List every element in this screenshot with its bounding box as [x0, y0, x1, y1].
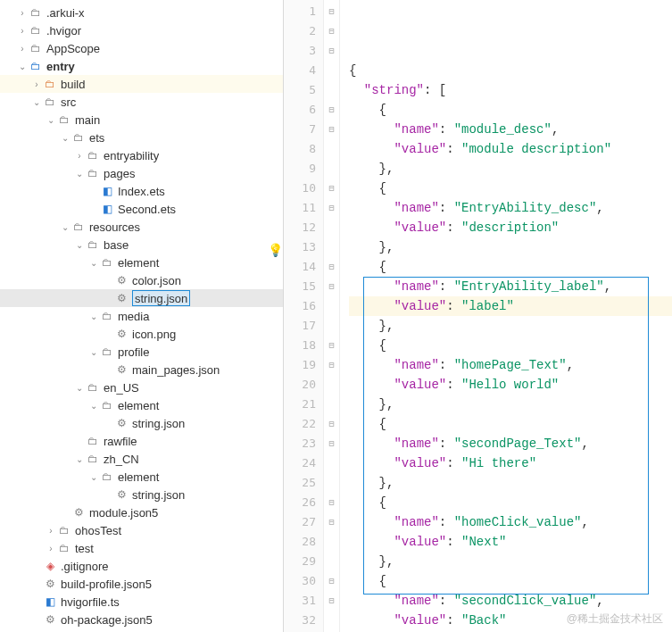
chevron-down-icon[interactable]: ⌄ [30, 97, 43, 107]
code-line[interactable]: "value": "Hi there" [349, 453, 672, 473]
chevron-right-icon[interactable]: › [16, 8, 29, 18]
code-area[interactable]: { "string": [ { "name": "module_desc", "… [340, 0, 672, 632]
code-line[interactable]: }, [349, 395, 672, 414]
chevron-down-icon[interactable]: ⌄ [16, 62, 29, 71]
lightbulb-icon[interactable]: 💡 [268, 240, 283, 260]
tree-item-entryability[interactable]: ›🗀entryability [0, 146, 283, 164]
tree-item--gitignore[interactable]: ›◈.gitignore [0, 557, 283, 575]
chevron-down-icon[interactable]: ⌄ [59, 222, 71, 232]
fold-marker[interactable]: ⊟ [324, 257, 339, 277]
tree-item-string-json[interactable]: ›⚙string.json [0, 414, 283, 432]
fold-marker[interactable]: ⊟ [324, 21, 339, 41]
tree-item-entry[interactable]: ⌄🗀entry [0, 57, 283, 75]
code-line[interactable]: { [349, 493, 672, 512]
chevron-down-icon[interactable]: ⌄ [59, 133, 71, 143]
fold-marker[interactable]: ⊟ [324, 179, 339, 198]
code-line[interactable]: "value": "module description" [349, 139, 672, 159]
tree-item-pages[interactable]: ⌄🗀pages [0, 164, 283, 182]
tree-item-test[interactable]: ›🗀test [0, 539, 283, 557]
chevron-down-icon[interactable]: ⌄ [87, 258, 100, 268]
tree-item-icon-png[interactable]: ›⚙icon.png [0, 325, 283, 343]
chevron-right-icon[interactable]: › [16, 44, 29, 54]
tree-item-profile[interactable]: ⌄🗀profile [0, 343, 283, 361]
code-line[interactable]: "value": "Hello world" [349, 375, 672, 395]
chevron-down-icon[interactable]: ⌄ [87, 347, 100, 357]
fold-marker[interactable]: ⊟ [324, 2, 339, 21]
code-line[interactable]: "value": "description" [349, 218, 672, 237]
code-line[interactable]: "name": "secondPage_Text", [349, 434, 672, 453]
fold-marker[interactable]: ⊟ [324, 120, 339, 139]
fold-marker[interactable]: ⊟ [324, 512, 339, 532]
chevron-down-icon[interactable]: ⌄ [87, 472, 100, 482]
fold-marker[interactable]: ⊟ [324, 434, 339, 453]
code-line[interactable]: { [349, 336, 672, 355]
chevron-right-icon[interactable]: › [73, 151, 86, 161]
code-line[interactable]: "value": "Next" [349, 532, 672, 552]
tree-item-main_pages-json[interactable]: ›⚙main_pages.json [0, 361, 283, 378]
tree-item-oh-package-json5[interactable]: ›⚙oh-package.json5 [0, 611, 283, 628]
fold-marker[interactable]: ⊟ [324, 198, 339, 218]
chevron-down-icon[interactable]: ⌄ [87, 312, 100, 321]
chevron-down-icon[interactable]: ⌄ [73, 454, 86, 464]
project-tree[interactable]: ›🗀.arkui-x›🗀.hvigor›🗀AppScope⌄🗀entry›🗀bu… [0, 0, 284, 632]
tree-item-main[interactable]: ⌄🗀main [0, 111, 283, 129]
tree-item-build-profile-json5[interactable]: ›⚙build-profile.json5 [0, 575, 283, 593]
tree-item-element[interactable]: ⌄🗀element [0, 468, 283, 486]
fold-marker[interactable]: ⊟ [324, 355, 339, 375]
code-line[interactable]: { [349, 414, 672, 434]
tree-item--arkui-x[interactable]: ›🗀.arkui-x [0, 4, 283, 21]
tree-item-zh_CN[interactable]: ⌄🗀zh_CN [0, 450, 283, 468]
code-line[interactable]: }, [349, 473, 672, 493]
tree-item-media[interactable]: ⌄🗀media [0, 307, 283, 325]
code-line[interactable]: { [349, 61, 672, 80]
chevron-right-icon[interactable]: › [30, 79, 43, 89]
chevron-down-icon[interactable]: ⌄ [87, 401, 100, 411]
fold-column[interactable]: ⊟⊟⊟⊟⊟⊟⊟⊟⊟⊟⊟⊟⊟⊟⊟⊟⊟ [324, 0, 340, 632]
chevron-down-icon[interactable]: ⌄ [73, 240, 86, 250]
chevron-right-icon[interactable]: › [45, 544, 57, 553]
tree-item-module-json5[interactable]: ›⚙module.json5 [0, 503, 283, 521]
code-line[interactable]: "name": "EntryAbility_label", [349, 277, 672, 296]
code-line[interactable]: { [349, 179, 672, 198]
fold-marker[interactable]: ⊟ [324, 571, 339, 591]
tree-item-resources[interactable]: ⌄🗀resources [0, 218, 283, 236]
code-editor[interactable]: 12345678910111213💡1415161718192021222324… [284, 0, 672, 632]
code-line[interactable]: "name": "secondClick_value", [349, 591, 672, 611]
chevron-down-icon[interactable]: ⌄ [73, 383, 86, 393]
tree-item-src[interactable]: ⌄🗀src [0, 93, 283, 111]
code-line[interactable]: }, [349, 552, 672, 571]
tree-item-base[interactable]: ⌄🗀base [0, 236, 283, 254]
tree-item-rawfile[interactable]: ›🗀rawfile [0, 432, 283, 450]
tree-item-element[interactable]: ⌄🗀element [0, 254, 283, 271]
code-line[interactable]: }, [349, 237, 672, 257]
tree-item-ets[interactable]: ⌄🗀ets [0, 129, 283, 146]
code-line[interactable]: }, [349, 159, 672, 179]
fold-marker[interactable]: ⊟ [324, 100, 339, 120]
chevron-down-icon[interactable]: ⌄ [73, 169, 86, 179]
fold-marker[interactable]: ⊟ [324, 414, 339, 434]
tree-item-color-json[interactable]: ›⚙color.json [0, 271, 283, 289]
code-line[interactable]: "name": "EntryAbility_desc", [349, 198, 672, 218]
tree-item-string-json[interactable]: ›⚙string.json [0, 289, 283, 307]
code-line[interactable]: { [349, 257, 672, 277]
code-line[interactable]: { [349, 571, 672, 591]
fold-marker[interactable]: ⊟ [324, 493, 339, 512]
tree-item--hvigor[interactable]: ›🗀.hvigor [0, 21, 283, 39]
tree-item-hvigorfile-ts[interactable]: ›◧hvigorfile.ts [0, 593, 283, 611]
tree-item-element[interactable]: ⌄🗀element [0, 396, 283, 414]
tree-item-string-json[interactable]: ›⚙string.json [0, 486, 283, 503]
code-line[interactable]: "name": "module_desc", [349, 120, 672, 139]
tree-item-Index-ets[interactable]: ›◧Index.ets [0, 182, 283, 200]
code-line[interactable]: "value": "label" [349, 296, 672, 316]
fold-marker[interactable]: ⊟ [324, 277, 339, 296]
tree-item-AppScope[interactable]: ›🗀AppScope [0, 39, 283, 57]
tree-item-en_US[interactable]: ⌄🗀en_US [0, 378, 283, 396]
chevron-right-icon[interactable]: › [16, 26, 29, 36]
code-line[interactable]: "name": "homePage_Text", [349, 355, 672, 375]
tree-item-Second-ets[interactable]: ›◧Second.ets [0, 200, 283, 218]
code-line[interactable]: "string": [ [349, 80, 672, 100]
tree-item-ohosTest[interactable]: ›🗀ohosTest [0, 521, 283, 539]
code-line[interactable]: { [349, 100, 672, 120]
code-line[interactable]: }, [349, 316, 672, 336]
fold-marker[interactable]: ⊟ [324, 41, 339, 61]
